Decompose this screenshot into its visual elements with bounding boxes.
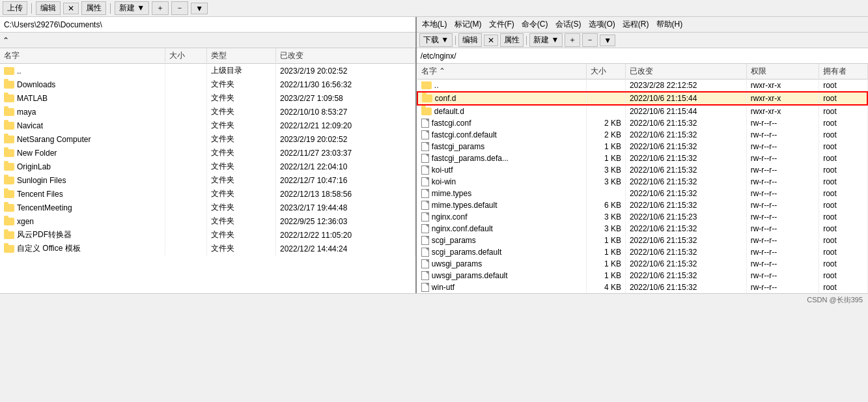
table-row[interactable]: xgen文件夹2022/9/25 12:36:03 <box>0 214 415 228</box>
r-edit-btn[interactable]: 编辑 <box>458 33 482 47</box>
help-menu[interactable]: 帮助(H) <box>654 18 686 31</box>
file-menu[interactable]: 文件(F) <box>486 18 517 31</box>
folder-icon <box>4 245 14 253</box>
table-row[interactable]: Downloads文件夹2022/11/30 16:56:32 <box>0 78 415 91</box>
r-minus-btn[interactable]: － <box>582 33 598 47</box>
minus-btn[interactable]: － <box>171 1 188 15</box>
option-menu[interactable]: 选项(O) <box>586 18 618 31</box>
table-row[interactable]: koi-win3 KB2022/10/6 21:15:32rw-r--r--ro… <box>417 176 867 188</box>
col-modified-left[interactable]: 已改变 <box>276 48 415 64</box>
upload-btn[interactable]: 上传 <box>3 1 27 15</box>
file-owner-cell: root <box>819 129 867 141</box>
table-row[interactable]: New Folder文件夹2022/11/27 23:03:37 <box>0 146 415 160</box>
file-name-text: fastcgi.conf.default <box>432 130 497 139</box>
right-path: /etc/nginx/ <box>421 51 456 61</box>
plus-btn[interactable]: ＋ <box>152 1 169 15</box>
file-name-cell: koi-win <box>417 176 587 188</box>
folder-icon <box>4 231 14 239</box>
table-row[interactable]: uwsgi_params1 KB2022/10/6 21:15:32rw-r--… <box>417 258 867 270</box>
right-file-list[interactable]: 名字 ⌃ 大小 已改变 权限 拥有者 ..2023/2/28 22:12:52r… <box>417 64 868 293</box>
parent-dir-icon <box>421 81 432 89</box>
file-perms-cell: rw-r--r-- <box>746 117 819 129</box>
edit-btn[interactable]: 编辑 <box>36 1 61 15</box>
table-row[interactable]: fastcgi_params1 KB2022/10/6 21:15:32rw-r… <box>417 141 867 152</box>
table-row[interactable]: fastcgi.conf.default2 KB2022/10/6 21:15:… <box>417 129 867 141</box>
table-row[interactable]: Navicat文件夹2022/12/21 12:09:20 <box>0 119 415 132</box>
file-size-cell <box>165 173 206 187</box>
cmd-menu[interactable]: 命令(C) <box>519 18 551 31</box>
file-modified-cell: 2022/10/6 21:15:32 <box>625 152 746 164</box>
file-type-cell: 文件夹 <box>207 187 276 201</box>
x-btn[interactable]: ✕ <box>63 3 79 14</box>
table-row[interactable]: nginx.conf3 KB2022/10/6 21:15:23rw-r--r-… <box>417 211 867 223</box>
file-modified-cell: 2022/12/21 12:09:20 <box>276 119 415 132</box>
table-row[interactable]: 自定义 Office 模板文件夹2022/12/2 14:44:24 <box>0 242 415 255</box>
file-type-cell: 文件夹 <box>207 119 276 132</box>
file-name-text: uwsgi_params.default <box>432 271 508 280</box>
table-row[interactable]: nginx.conf.default3 KB2022/10/6 21:15:32… <box>417 223 867 235</box>
table-row[interactable]: NetSarang Computer文件夹2023/2/19 20:02:52 <box>0 132 415 146</box>
table-row[interactable]: ..上级目录2023/2/19 20:02:52 <box>0 64 415 78</box>
file-size-cell <box>165 105 206 119</box>
file-type-cell: 文件夹 <box>207 173 276 187</box>
r-plus-btn[interactable]: ＋ <box>565 33 580 47</box>
table-row[interactable]: default.d2022/10/6 21:15:44rwxr-xr-xroot <box>417 105 867 117</box>
file-name-text: nginx.conf.default <box>432 224 493 233</box>
table-row[interactable]: mime.types.default6 KB2022/10/6 21:15:32… <box>417 199 867 211</box>
file-name-text: koi-utf <box>432 165 453 175</box>
table-row[interactable]: OriginLab文件夹2022/12/1 22:04:10 <box>0 160 415 173</box>
r-down-btn[interactable]: ▼ <box>600 35 615 46</box>
r-prop-btn[interactable]: 属性 <box>500 33 524 47</box>
table-row[interactable]: ..2023/2/28 22:12:52rwxr-xr-xroot <box>417 79 867 93</box>
table-row[interactable]: Sunlogin Files文件夹2022/12/7 10:47:16 <box>0 173 415 187</box>
session-menu[interactable]: 会话(S) <box>553 18 584 31</box>
table-row[interactable]: scgi_params.default1 KB2022/10/6 21:15:3… <box>417 246 867 258</box>
table-row[interactable]: koi-utf3 KB2022/10/6 21:15:32rw-r--r--ro… <box>417 164 867 176</box>
mark-menu[interactable]: 标记(M) <box>452 18 484 31</box>
table-row[interactable]: fastcgi.conf2 KB2022/10/6 21:15:32rw-r--… <box>417 117 867 129</box>
down-btn[interactable]: ▼ <box>191 3 208 14</box>
download-btn[interactable]: 下载 ▼ <box>419 33 453 47</box>
right-action-toolbar: 下载 ▼ 编辑 ✕ 属性 新建 ▼ ＋ － ▼ <box>417 33 868 48</box>
file-name-cell: New Folder <box>0 146 165 160</box>
remote-menu[interactable]: 远程(R) <box>620 18 652 31</box>
col-modified-right[interactable]: 已改变 <box>625 64 746 79</box>
file-size-cell <box>165 242 206 255</box>
file-name-cell: Sunlogin Files <box>0 173 165 187</box>
right-menu-bar: 本地(L) 标记(M) 文件(F) 命令(C) 会话(S) 选项(O) 远程(R… <box>417 17 868 33</box>
file-name-cell: Downloads <box>0 78 165 91</box>
prop-btn[interactable]: 属性 <box>81 1 106 15</box>
file-owner-cell: root <box>819 270 867 281</box>
file-name-text: fastcgi.conf <box>432 119 471 128</box>
left-file-list[interactable]: 名字 大小 类型 已改变 ..上级目录2023/2/19 20:02:52Dow… <box>0 48 415 293</box>
col-name-left[interactable]: 名字 <box>0 48 165 64</box>
table-row[interactable]: MATLAB文件夹2023/2/27 1:09:58 <box>0 91 415 105</box>
col-perms-right[interactable]: 权限 <box>746 64 819 79</box>
table-row[interactable]: mime.types2022/10/6 21:15:32rw-r--r--roo… <box>417 188 867 199</box>
col-name-right[interactable]: 名字 ⌃ <box>417 64 587 79</box>
r-x-btn[interactable]: ✕ <box>484 35 498 46</box>
table-row[interactable]: scgi_params1 KB2022/10/6 21:15:32rw-r--r… <box>417 235 867 246</box>
col-size-right[interactable]: 大小 <box>587 64 625 79</box>
table-row[interactable]: maya文件夹2022/10/10 8:53:27 <box>0 105 415 119</box>
table-row[interactable]: uwsgi_params.default1 KB2022/10/6 21:15:… <box>417 270 867 281</box>
table-row[interactable]: conf.d2022/10/6 21:15:44rwxr-xr-xroot <box>417 92 867 105</box>
r-new-btn[interactable]: 新建 ▼ <box>529 33 563 47</box>
table-row[interactable]: 风云PDF转换器文件夹2022/12/22 11:05:20 <box>0 228 415 242</box>
file-owner-cell: root <box>819 199 867 211</box>
table-row[interactable]: TencentMeeting文件夹2023/2/17 19:44:48 <box>0 201 415 214</box>
table-row[interactable]: fastcgi_params.defa...1 KB2022/10/6 21:1… <box>417 152 867 164</box>
table-row[interactable]: win-utf4 KB2022/10/6 21:15:32rw-r--r--ro… <box>417 281 867 293</box>
file-name-text: scgi_params.default <box>432 248 501 257</box>
col-size-left[interactable]: 大小 <box>165 48 206 64</box>
file-size-cell <box>165 91 206 105</box>
table-row[interactable]: Tencent Files文件夹2022/12/13 18:58:56 <box>0 187 415 201</box>
col-type-left[interactable]: 类型 <box>207 48 276 64</box>
file-modified-cell: 2022/10/6 21:15:32 <box>625 270 746 281</box>
local-menu[interactable]: 本地(L) <box>419 18 450 31</box>
file-name-cell: fastcgi_params <box>417 141 587 152</box>
file-owner-cell: root <box>819 141 867 152</box>
new-btn[interactable]: 新建 ▼ <box>115 1 149 15</box>
top-toolbar: 上传 编辑 ✕ 属性 新建 ▼ ＋ － ▼ <box>0 0 868 17</box>
col-owner-right[interactable]: 拥有者 <box>819 64 867 79</box>
